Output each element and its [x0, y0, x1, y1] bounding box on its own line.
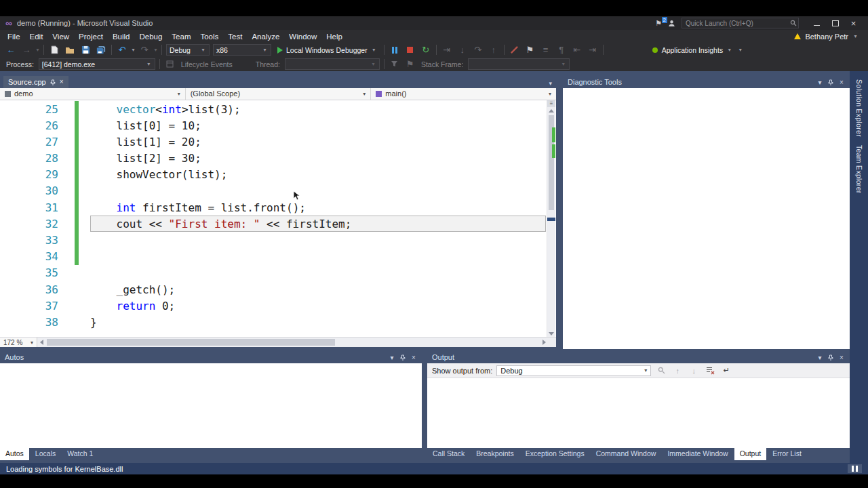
menu-item-debug[interactable]: Debug: [134, 31, 167, 42]
redo-icon[interactable]: ↷: [137, 43, 152, 56]
window-position-icon[interactable]: ▾: [814, 354, 825, 361]
code-line-31[interactable]: 31 int firstItem = list.front();: [0, 199, 556, 216]
close-icon[interactable]: ×: [408, 354, 419, 361]
menu-item-tools[interactable]: Tools: [195, 31, 223, 42]
menu-item-test[interactable]: Test: [223, 31, 247, 42]
pin-icon[interactable]: [825, 79, 836, 85]
navigate-forward-icon[interactable]: →: [19, 43, 34, 56]
code-line-36[interactable]: 36 _getch();: [0, 281, 556, 298]
code-line-38[interactable]: 38}: [0, 314, 556, 330]
maximize-button[interactable]: [826, 17, 844, 29]
side-tab-team-explorer[interactable]: Team Explorer: [855, 145, 863, 194]
close-button[interactable]: ×: [844, 17, 863, 29]
project-combo[interactable]: demo▾: [0, 88, 186, 100]
vertical-scrollbar[interactable]: ≡: [547, 100, 555, 337]
menu-item-edit[interactable]: Edit: [25, 31, 48, 42]
autos-header[interactable]: Autos ▾ ×: [0, 351, 422, 363]
pause-indicator-icon[interactable]: [848, 464, 862, 473]
attach-to-process-icon[interactable]: [507, 43, 522, 56]
lifecycle-events-icon[interactable]: [163, 58, 178, 70]
menu-item-file[interactable]: File: [3, 31, 25, 42]
step-into-icon[interactable]: ↓: [455, 43, 470, 56]
code-line-32[interactable]: 32 cout << "First item: " << firstItem;: [0, 216, 556, 232]
member-combo[interactable]: main()▾: [371, 88, 556, 100]
code-line-29[interactable]: 29 showVector(list);: [0, 167, 556, 183]
scroll-down-icon[interactable]: [547, 330, 555, 337]
document-list-dropdown-icon[interactable]: ▾: [549, 80, 556, 88]
minimize-button[interactable]: [808, 17, 826, 29]
show-next-statement-icon[interactable]: ⇥: [439, 43, 454, 56]
undo-dropdown-icon[interactable]: ▾: [130, 47, 136, 53]
menu-item-build[interactable]: Build: [108, 31, 135, 42]
solution-platforms-combo[interactable]: x86▾: [213, 44, 271, 56]
code-line-27[interactable]: 27 list[1] = 20;: [0, 134, 556, 150]
bookmark-icon[interactable]: ⚑: [523, 43, 538, 56]
open-file-icon[interactable]: [62, 43, 77, 56]
list-members-icon[interactable]: ≡: [538, 43, 553, 56]
pin-icon[interactable]: [825, 354, 836, 361]
code-line-35[interactable]: 35: [0, 265, 556, 281]
flag-threads-icon[interactable]: ⚑: [403, 58, 418, 70]
scroll-left-icon[interactable]: [37, 338, 45, 347]
save-all-icon[interactable]: [94, 43, 108, 56]
tab-error-list[interactable]: Error List: [767, 448, 807, 460]
side-tab-solution-explorer[interactable]: Solution Explorer: [855, 79, 863, 137]
start-debugging-button[interactable]: Local Windows Debugger▾: [273, 46, 381, 54]
solution-configurations-combo[interactable]: Debug▾: [166, 44, 210, 56]
clear-all-icon[interactable]: [704, 366, 716, 375]
redo-dropdown-icon[interactable]: ▾: [153, 47, 159, 53]
quick-launch-input[interactable]: [682, 18, 799, 28]
decrease-indent-icon[interactable]: ⇤: [570, 43, 585, 56]
find-message-icon[interactable]: [655, 367, 667, 374]
code-line-28[interactable]: 28 list[2] = 30;: [0, 150, 556, 167]
step-out-icon[interactable]: ↑: [486, 43, 501, 56]
code-editor[interactable]: 25 vector<int>list(3);26 list[0] = 10;27…: [0, 100, 556, 337]
horizontal-scrollbar[interactable]: [37, 338, 556, 347]
menu-item-help[interactable]: Help: [321, 31, 347, 42]
menu-item-project[interactable]: Project: [74, 31, 108, 42]
pin-icon[interactable]: [50, 79, 56, 85]
break-all-icon[interactable]: [387, 43, 402, 56]
tab-breakpoints[interactable]: Breakpoints: [471, 448, 519, 460]
word-wrap-icon[interactable]: ↵: [720, 366, 732, 375]
menu-item-team[interactable]: Team: [167, 31, 195, 42]
step-over-icon[interactable]: ↷: [471, 43, 486, 56]
signed-in-user[interactable]: Bethany Petr: [805, 33, 848, 41]
navigation-dropdown-icon[interactable]: ▾: [35, 47, 41, 53]
menu-item-window[interactable]: Window: [284, 31, 321, 42]
code-line-30[interactable]: 30: [0, 183, 556, 199]
scope-combo[interactable]: (Global Scope)▾: [186, 88, 372, 100]
previous-message-icon[interactable]: ↑: [671, 367, 684, 375]
code-line-37[interactable]: 37 return 0;: [0, 298, 556, 314]
save-icon[interactable]: [78, 43, 93, 56]
code-line-34[interactable]: 34: [0, 249, 556, 265]
pin-icon[interactable]: [397, 354, 408, 361]
filter-icon[interactable]: [387, 58, 402, 70]
close-icon[interactable]: ×: [836, 79, 847, 86]
code-line-26[interactable]: 26 list[0] = 10;: [0, 117, 556, 134]
tab-immediate-window[interactable]: Immediate Window: [662, 448, 733, 460]
code-line-33[interactable]: 33: [0, 232, 556, 248]
tab-source-cpp[interactable]: Source.cpp ×: [3, 76, 68, 88]
feedback-icon[interactable]: [668, 20, 675, 27]
window-position-icon[interactable]: ▾: [387, 354, 397, 361]
scrollbar-thumb[interactable]: [47, 339, 335, 346]
user-dropdown-icon[interactable]: ▾: [852, 33, 859, 39]
close-icon[interactable]: ×: [836, 354, 847, 361]
application-insights-button[interactable]: Application Insights▾: [648, 46, 736, 54]
tab-exception-settings[interactable]: Exception Settings: [520, 448, 590, 460]
tab-output[interactable]: Output: [734, 448, 767, 460]
tab-locals[interactable]: Locals: [30, 448, 61, 460]
navigate-backward-icon[interactable]: ←: [3, 43, 18, 56]
notifications-icon[interactable]: ⚑2: [655, 19, 662, 28]
new-file-icon[interactable]: [47, 43, 62, 56]
scroll-up-icon[interactable]: [547, 107, 555, 115]
menu-item-view[interactable]: View: [47, 31, 74, 42]
close-tab-icon[interactable]: ×: [60, 79, 64, 85]
increase-indent-icon[interactable]: ⇥: [585, 43, 600, 56]
zoom-control[interactable]: 172 %▾: [0, 338, 37, 347]
tab-command-window[interactable]: Command Window: [591, 448, 662, 460]
output-source-combo[interactable]: Debug▾: [496, 365, 651, 376]
scroll-right-icon[interactable]: [540, 338, 548, 347]
thread-combo[interactable]: ▾: [285, 58, 380, 70]
